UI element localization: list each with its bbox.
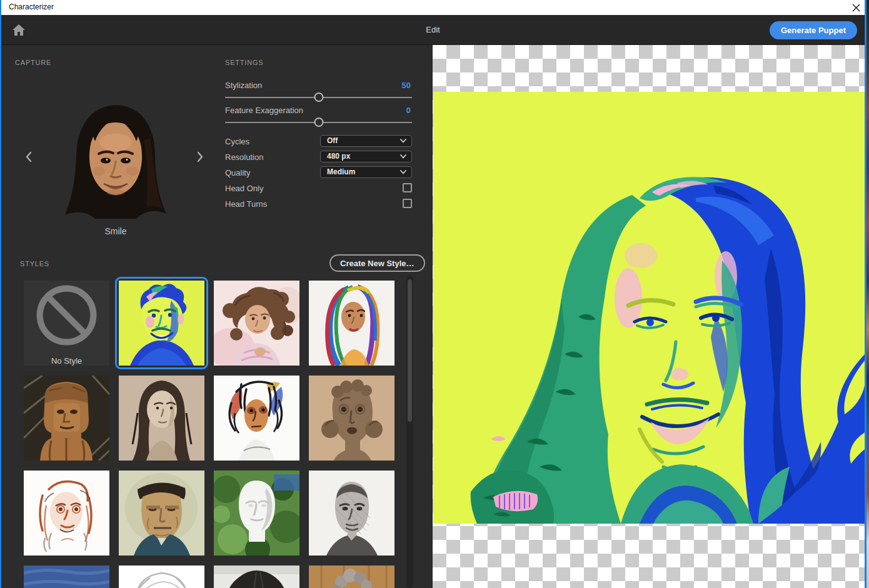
feature-exaggeration-slider-thumb[interactable] (314, 117, 323, 127)
head-turns-checkbox[interactable] (403, 199, 412, 208)
styles-scrollbar-thumb[interactable] (408, 279, 412, 422)
style-thumbnail-ink-sketch[interactable] (214, 376, 299, 461)
style-thumbnail-wood-carving[interactable] (24, 376, 109, 461)
resolution-select[interactable]: 480 px (320, 151, 412, 162)
puppet-preview-canvas (433, 45, 865, 588)
style-thumbnail-charcoal-hair[interactable] (214, 566, 299, 588)
close-button[interactable] (849, 1, 863, 14)
style-thumbnail-stone-bust[interactable] (309, 566, 394, 588)
chevron-left-icon (24, 150, 34, 164)
style-thumbnail-watercolor-child[interactable] (214, 281, 299, 366)
chevron-down-icon (400, 170, 406, 174)
desktop-background-sliver (866, 0, 869, 588)
styles-section-label: STYLES (20, 260, 49, 267)
chevron-down-icon (400, 139, 406, 143)
window-title: Characterizer (9, 2, 54, 11)
style-thumbnail-pop-art[interactable] (119, 281, 204, 366)
stylization-slider[interactable] (225, 97, 412, 98)
capture-pose-label: Smile (56, 226, 175, 236)
window-focus-border-left (0, 0, 1, 588)
cycles-select[interactable]: Off (320, 135, 412, 147)
styles-scrollbar-track[interactable] (406, 276, 413, 588)
edit-menu-label[interactable]: Edit (426, 25, 440, 34)
stylization-value: 50 (348, 81, 411, 90)
no-style-label: No Style (51, 356, 82, 366)
stylized-preview-image (433, 92, 865, 524)
style-thumbnail-oil-man[interactable] (119, 471, 204, 556)
head-only-checkbox[interactable] (403, 183, 412, 192)
settings-section-label: SETTINGS (225, 59, 263, 66)
feature-exaggeration-slider[interactable] (225, 122, 412, 123)
capture-section-label: CAPTURE (15, 59, 51, 66)
stylization-label: Stylization (225, 81, 262, 90)
style-thumbnail-mannequin[interactable] (214, 471, 299, 556)
chevron-right-icon (195, 150, 205, 164)
no-entry-icon (24, 281, 109, 350)
style-thumbnail-blue-oil[interactable] (24, 566, 109, 588)
style-thumbnail-graphite-woman[interactable] (119, 376, 204, 461)
resolution-label: Resolution (225, 152, 263, 162)
chevron-down-icon (400, 154, 406, 159)
stylization-slider-thumb[interactable] (314, 92, 323, 102)
home-button[interactable] (10, 22, 28, 38)
head-only-label: Head Only (225, 184, 263, 193)
cycles-label: Cycles (225, 137, 249, 146)
style-thumbnail-pencil-sketch[interactable] (119, 566, 204, 588)
top-toolbar: Edit Generate Puppet (1, 15, 865, 45)
previous-capture-button[interactable] (24, 150, 34, 164)
quality-select[interactable]: Medium (320, 166, 412, 178)
title-bar: Characterizer (1, 0, 865, 15)
generate-puppet-button[interactable]: Generate Puppet (770, 21, 857, 39)
quality-label: Quality (225, 168, 250, 177)
style-thumbnail-no-style[interactable]: No Style (24, 281, 109, 366)
close-icon (852, 4, 860, 12)
feature-exaggeration-label: Feature Exaggeration (225, 106, 303, 115)
style-thumbnail-rainbow-hair[interactable] (309, 281, 394, 366)
style-thumbnail-clay-head[interactable] (309, 376, 394, 461)
control-panel: CAPTURE (1, 45, 433, 588)
head-turns-label: Head Turns (225, 199, 267, 209)
home-icon (11, 22, 26, 37)
next-capture-button[interactable] (195, 150, 205, 164)
create-new-style-button[interactable]: Create New Style… (329, 254, 425, 272)
capture-face-photo (56, 101, 175, 224)
style-thumbnail-sepia-sketch[interactable] (24, 471, 109, 556)
window-focus-border-right (865, 0, 866, 588)
feature-exaggeration-value: 0 (348, 106, 411, 115)
style-thumbnail-graphite-man[interactable] (309, 471, 394, 556)
